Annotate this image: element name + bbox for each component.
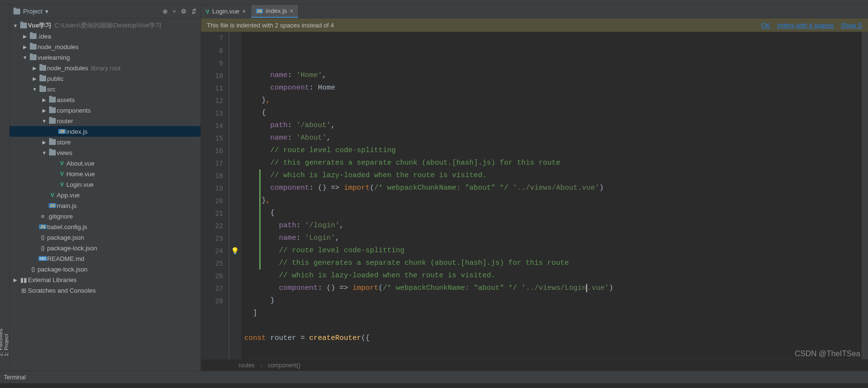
line-number[interactable]: 16 xyxy=(201,144,223,157)
chevron-right-icon[interactable] xyxy=(31,65,38,71)
tree-item[interactable]: JS main.js xyxy=(10,200,201,211)
code-line[interactable]: { xyxy=(244,107,861,119)
chevron-right-icon[interactable] xyxy=(40,108,48,113)
line-number[interactable]: 13 xyxy=(201,107,223,119)
code-line[interactable]: }, xyxy=(244,194,861,207)
chevron-down-icon[interactable] xyxy=(40,118,48,124)
tree-item[interactable]: .idea xyxy=(10,31,201,41)
tree-item[interactable]: router xyxy=(10,116,201,126)
line-number[interactable]: 28 xyxy=(201,295,223,307)
close-icon[interactable]: × xyxy=(242,8,246,15)
intention-bulb-icon[interactable]: 💡 xyxy=(231,245,239,258)
chevron-down-icon[interactable] xyxy=(40,150,48,155)
fold-gutter[interactable] xyxy=(229,32,241,359)
line-number[interactable]: 12 xyxy=(201,94,223,107)
code-line[interactable]: { xyxy=(244,207,861,220)
project-tree[interactable]: Vue学习 C:\Users\爱闹的蹦蹦\Desktop\Vue学习 .idea… xyxy=(10,18,201,371)
code-line[interactable]: component: () => import(/* webpackChunkN… xyxy=(244,282,861,295)
code-line[interactable]: const router = createRouter({ xyxy=(244,332,861,345)
tree-item[interactable]: store xyxy=(10,137,201,147)
line-number[interactable]: 27 xyxy=(201,282,223,295)
bottom-tool-bar[interactable]: Terminal xyxy=(0,371,868,383)
code-line[interactable]: name: 'Login', xyxy=(244,232,861,245)
chevron-right-icon[interactable] xyxy=(31,76,38,81)
tree-item[interactable]: {} package-lock.json xyxy=(10,243,201,253)
rail-favorites[interactable]: 2: Favorites xyxy=(0,10,3,356)
expand-icon[interactable]: ÷ xyxy=(173,8,176,15)
tree-item[interactable]: MD README.md xyxy=(10,253,201,264)
line-number[interactable]: 17 xyxy=(201,157,223,169)
tree-item[interactable]: src xyxy=(10,84,201,94)
tree-item[interactable]: V Home.vue xyxy=(10,168,201,179)
breadcrumb-item[interactable]: component() xyxy=(268,362,300,369)
editor-tab[interactable]: JSindex.js× xyxy=(251,5,299,18)
line-number[interactable]: 8 xyxy=(201,44,223,57)
code-line[interactable]: }, xyxy=(244,94,861,107)
code-line[interactable]: name: 'About', xyxy=(244,132,861,144)
indent-show-link[interactable]: Show S xyxy=(841,22,862,29)
chevron-down-icon[interactable] xyxy=(31,87,38,92)
tree-item[interactable]: components xyxy=(10,105,201,116)
rail-project[interactable]: 1: Project xyxy=(3,10,9,356)
line-number[interactable]: 19 xyxy=(201,182,223,194)
line-number[interactable]: 15 xyxy=(201,132,223,144)
code-line[interactable]: path: '/login', xyxy=(244,220,861,232)
tree-item[interactable]: node_modules library root xyxy=(10,63,201,73)
tree-item[interactable]: {} package-lock.json xyxy=(10,264,201,274)
indent-reformat-link[interactable]: Indent with 4 spaces xyxy=(777,22,834,29)
tree-item[interactable]: V Login.vue xyxy=(10,179,201,190)
tree-item[interactable]: node_modules xyxy=(10,41,201,52)
tree-item[interactable]: V About.vue xyxy=(10,158,201,168)
tree-item[interactable]: vuelearning xyxy=(10,52,201,63)
left-tool-rail[interactable]: 1: Project 2: Favorites xyxy=(0,5,10,371)
gear-icon[interactable]: ⚙ xyxy=(181,8,187,15)
line-number[interactable]: 21 xyxy=(201,207,223,220)
code-line[interactable]: // this generates a separate chunk (abou… xyxy=(244,157,861,169)
indent-ok-link[interactable]: OK xyxy=(761,22,770,29)
scratches[interactable]: ⊞ Scratches and Consoles xyxy=(10,285,201,296)
line-number[interactable]: 18 xyxy=(201,169,223,182)
code-line[interactable] xyxy=(244,320,861,332)
chevron-down-icon[interactable] xyxy=(12,23,19,28)
editor-tab[interactable]: VLogin.vue× xyxy=(201,5,251,18)
code-line[interactable]: // this generates a separate chunk (abou… xyxy=(244,257,861,270)
code-line[interactable]: name: 'Home', xyxy=(244,69,861,82)
breadcrumb-item[interactable]: routes xyxy=(239,362,254,369)
code-line[interactable]: // route level code-splitting xyxy=(244,144,861,157)
chevron-right-icon[interactable] xyxy=(21,44,29,50)
line-number[interactable]: 7 xyxy=(201,32,223,44)
terminal-tab[interactable]: Terminal xyxy=(4,374,25,381)
scrollbar[interactable] xyxy=(861,32,868,359)
tree-item[interactable]: JS babel.config.js xyxy=(10,221,201,232)
line-number[interactable]: 22 xyxy=(201,220,223,232)
code-line[interactable]: // which is lazy-loaded when the route i… xyxy=(244,270,861,282)
code-line[interactable]: component: () => import(/* webpackChunkN… xyxy=(244,182,861,194)
breadcrumb[interactable]: routes › component() xyxy=(201,359,868,371)
code-line[interactable]: path: '/about', xyxy=(244,119,861,132)
chevron-down-icon[interactable] xyxy=(21,55,29,60)
line-number[interactable]: 20 xyxy=(201,194,223,207)
line-number[interactable]: 14 xyxy=(201,119,223,132)
tree-root[interactable]: Vue学习 C:\Users\爱闹的蹦蹦\Desktop\Vue学习 xyxy=(10,20,201,31)
tree-item[interactable]: views xyxy=(10,147,201,158)
tree-item[interactable]: {} package.json xyxy=(10,232,201,243)
code-line[interactable]: component: Home xyxy=(244,82,861,94)
code-line[interactable]: ] xyxy=(244,307,861,320)
line-number[interactable]: 26 xyxy=(201,270,223,282)
project-dropdown-icon[interactable]: ▾ xyxy=(45,8,49,15)
line-number[interactable]: 9 xyxy=(201,57,223,69)
line-number[interactable]: 11 xyxy=(201,82,223,94)
locate-icon[interactable]: ⊕ xyxy=(163,8,168,15)
line-number[interactable]: 10 xyxy=(201,69,223,82)
chevron-right-icon[interactable] xyxy=(40,140,48,145)
tree-item[interactable]: public xyxy=(10,73,201,84)
code-line[interactable]: // which is lazy-loaded when the route i… xyxy=(244,169,861,182)
chevron-right-icon[interactable] xyxy=(40,97,48,103)
line-gutter[interactable]: 7891011121314151617181920212223242526272… xyxy=(201,32,229,359)
code-editor[interactable]: 💡 name: 'Home', component: Home }, { pat… xyxy=(241,32,861,359)
tree-item[interactable]: ≡ .gitignore xyxy=(10,211,201,221)
external-libraries[interactable]: ▮▮ External Libraries xyxy=(10,274,201,285)
tree-item[interactable]: JS index.js xyxy=(10,126,201,137)
code-line[interactable]: } xyxy=(244,295,861,307)
close-icon[interactable]: × xyxy=(290,8,293,14)
